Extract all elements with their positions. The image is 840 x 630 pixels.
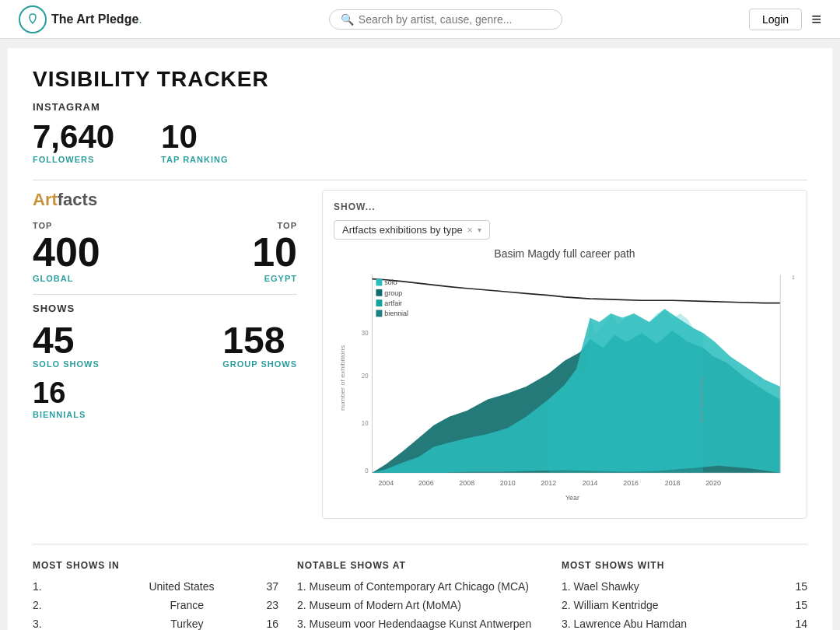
- chart-title: Basim Magdy full career path: [334, 247, 796, 260]
- svg-text:Year: Year: [565, 493, 579, 502]
- list-item: 2. Museum of Modern Art (MoMA): [297, 599, 543, 611]
- legend-group-swatch: [376, 289, 382, 296]
- divider: [33, 180, 807, 180]
- svg-text:2018: 2018: [665, 478, 681, 488]
- show-dropdown-row: SHOW...: [334, 201, 796, 212]
- item-rank: 2.: [33, 599, 42, 611]
- legend-biennial-label: biennial: [384, 309, 408, 318]
- svg-text:2004: 2004: [378, 478, 394, 488]
- rank-global-label: GLOBAL: [33, 274, 73, 283]
- list-item: 2. France 23: [33, 599, 278, 611]
- svg-text:2010: 2010: [500, 478, 516, 488]
- followers-label: FOLLOWERS: [33, 155, 114, 164]
- svg-text:10: 10: [362, 418, 369, 427]
- list-item: 1. United States 37: [33, 580, 278, 593]
- item-name: 3. Museum voor Hedendaagse Kunst Antwerp…: [297, 618, 543, 630]
- show-label: SHOW...: [334, 201, 376, 212]
- most-shows-in-title: MOST SHOWS IN: [33, 560, 278, 571]
- svg-text:number of exhibitions: number of exhibitions: [338, 345, 345, 411]
- login-button[interactable]: Login: [749, 9, 802, 30]
- chart-panel: SHOW... Artfacts exhibitions by type × ▾…: [322, 190, 807, 519]
- artfacts-logo: Artfacts: [33, 190, 297, 210]
- artfacts-panel: Artfacts TOP TOP 400 10 GLOBAL EGYPT SHO…: [33, 190, 297, 419]
- group-shows-block: 158 GROUP SHOWS: [222, 322, 297, 369]
- svg-text:2020: 2020: [705, 478, 721, 488]
- legend-solo-swatch: [376, 279, 382, 286]
- tap-ranking-block: 10 TAP RANKING: [161, 121, 228, 164]
- dropdown-arrow-icon[interactable]: ▾: [478, 226, 481, 234]
- bottom-sections: MOST SHOWS IN 1. United States 37 2. Fra…: [33, 544, 807, 630]
- item-count: 15: [795, 580, 807, 593]
- item-name: United States: [149, 580, 214, 593]
- item-name: 2. William Kentridge: [562, 599, 659, 611]
- page-title: VISIBILITY TRACKER: [33, 67, 807, 92]
- item-name: 3. Lawrence Abu Hamdan: [562, 618, 687, 630]
- search-input[interactable]: [359, 13, 551, 26]
- tap-ranking-value: 10: [161, 121, 228, 153]
- item-count: 37: [266, 580, 278, 593]
- tap-ranking-label: TAP RANKING: [161, 155, 228, 164]
- item-count: 14: [795, 618, 807, 630]
- logo-text: The Art Pledge: [51, 12, 138, 26]
- area-chart: number of exhibitions 2004 2006 2008 201…: [334, 266, 796, 507]
- solo-shows-value: 45: [33, 322, 100, 359]
- notable-shows-title: NOTABLE SHOWS AT: [297, 560, 543, 571]
- legend-group-label: group: [384, 288, 402, 297]
- item-name: 1. Museum of Contemporary Art Chicago (M…: [297, 580, 529, 593]
- svg-text:2016: 2016: [623, 478, 639, 488]
- hamburger-menu-icon[interactable]: ≡: [811, 9, 821, 30]
- biennials-value: 16: [33, 376, 297, 410]
- followers-value: 7,640: [33, 121, 114, 153]
- group-shows-label: GROUP SHOWS: [222, 359, 297, 369]
- rank-label-row: GLOBAL EGYPT: [33, 274, 297, 283]
- chart-container: number of exhibitions 2004 2006 2008 201…: [334, 266, 796, 507]
- item-name: France: [170, 599, 204, 611]
- legend-biennial-swatch: [376, 310, 382, 317]
- logo-circle: [19, 5, 47, 33]
- list-item: 2. William Kentridge 15: [562, 599, 807, 611]
- shows-header: SHOWS: [33, 294, 297, 314]
- list-item: 3. Turkey 16: [33, 618, 278, 630]
- list-item: 3. Lawrence Abu Hamdan 14: [562, 618, 807, 630]
- list-item: 1. Wael Shawky 15: [562, 580, 807, 593]
- svg-text:20: 20: [362, 371, 369, 380]
- svg-text:2014: 2014: [583, 478, 598, 488]
- item-count: 16: [266, 618, 278, 630]
- most-shows-in-col: MOST SHOWS IN 1. United States 37 2. Fra…: [33, 560, 297, 630]
- svg-text:30: 30: [362, 328, 369, 337]
- legend-artfair-swatch: [376, 299, 382, 306]
- rank-egypt-label: EGYPT: [264, 274, 297, 283]
- item-count: 15: [795, 599, 807, 611]
- most-shows-with-col: MOST SHOWS WITH 1. Wael Shawky 15 2. Wil…: [562, 560, 807, 630]
- rank-row: 400 10: [33, 232, 297, 272]
- dropdown-row: Artfacts exhibitions by type × ▾: [334, 220, 796, 240]
- solo-shows-block: 45 SOLO SHOWS: [33, 322, 100, 369]
- exhibition-type-dropdown[interactable]: Artfacts exhibitions by type × ▾: [334, 220, 490, 240]
- rank-line: [373, 279, 781, 303]
- list-item: 3. Museum voor Hedendaagse Kunst Antwerp…: [297, 618, 543, 630]
- list-item: 1. Museum of Contemporary Art Chicago (M…: [297, 580, 543, 593]
- artfacts-art: Art: [33, 190, 58, 209]
- svg-text:2008: 2008: [459, 478, 474, 488]
- search-bar[interactable]: 🔍: [329, 9, 562, 30]
- shows-row: 45 SOLO SHOWS 158 GROUP SHOWS: [33, 322, 297, 369]
- svg-text:1: 1: [792, 273, 795, 280]
- group-shows-value: 158: [222, 322, 297, 359]
- highlight-area: [548, 309, 703, 472]
- notable-shows-col: NOTABLE SHOWS AT 1. Museum of Contempora…: [297, 560, 562, 630]
- svg-text:2006: 2006: [418, 478, 434, 488]
- item-count: 23: [266, 599, 278, 611]
- item-rank: 1.: [33, 580, 42, 593]
- rank-egypt-value: 10: [252, 232, 297, 272]
- dropdown-clear-icon[interactable]: ×: [467, 225, 473, 236]
- legend-solo-label: solo: [384, 278, 397, 287]
- instagram-section-label: INSTAGRAM: [33, 101, 807, 113]
- dropdown-value: Artfacts exhibitions by type: [342, 224, 463, 236]
- main-content: VISIBILITY TRACKER INSTAGRAM 7,640 FOLLO…: [8, 48, 832, 630]
- header: The Art Pledge. 🔍 Login ≡: [0, 0, 840, 39]
- biennials-block: 16 BIENNIALS: [33, 376, 297, 419]
- logo: The Art Pledge.: [19, 5, 142, 33]
- artfacts-facts: facts: [58, 190, 97, 209]
- rank-global-value: 400: [33, 232, 100, 272]
- item-rank: 3.: [33, 618, 42, 630]
